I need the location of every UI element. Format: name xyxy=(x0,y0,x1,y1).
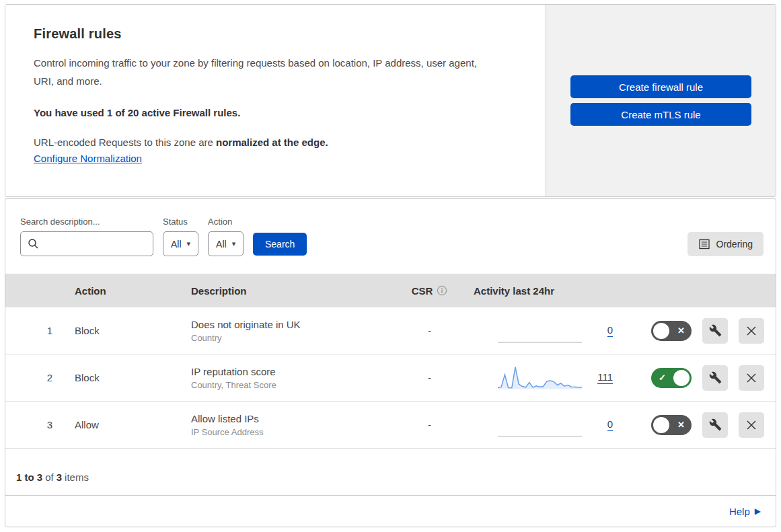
toggle-knob xyxy=(653,417,669,433)
ordering-button[interactable]: Ordering xyxy=(687,232,764,256)
rule-action: Allow xyxy=(65,419,182,430)
rule-action: Block xyxy=(65,372,182,383)
page-description: Control incoming traffic to your zone by… xyxy=(34,54,498,90)
rule-description-cell: Allow listed IPs IP Source Address xyxy=(182,413,394,437)
table-row: 3 Allow Allow listed IPs IP Source Addre… xyxy=(5,402,776,449)
chevron-down-icon: ▾ xyxy=(187,239,191,248)
rule-csr: - xyxy=(394,325,465,336)
activity-sparkline xyxy=(498,365,582,391)
rule-activity-cell: 111 xyxy=(465,365,633,391)
items-total: 3 xyxy=(57,471,62,483)
rule-csr: - xyxy=(394,419,465,430)
toggle-state-icon: ✕ xyxy=(677,321,685,341)
create-mtls-rule-button[interactable]: Create mTLS rule xyxy=(570,103,751,126)
rule-description-cell: IP reputation score Country, Threat Scor… xyxy=(182,366,394,390)
configure-normalization-link[interactable]: Configure Normalization xyxy=(34,153,142,164)
action-dropdown-value: All xyxy=(216,239,227,250)
edit-rule-button[interactable] xyxy=(702,365,728,391)
activity-sparkline xyxy=(498,412,582,438)
edit-rule-button[interactable] xyxy=(702,318,728,344)
header-activity: Activity last 24hr xyxy=(465,285,633,297)
activity-count-link[interactable]: 111 xyxy=(597,371,613,384)
toggle-knob xyxy=(673,370,690,386)
rule-activity-cell: 0 xyxy=(465,318,633,344)
header-description: Description xyxy=(182,285,394,297)
rule-criteria: Country xyxy=(191,333,394,343)
normalization-note: URL-encoded Requests to this zone are no… xyxy=(34,137,517,148)
search-box[interactable] xyxy=(20,231,153,256)
items-label: items xyxy=(65,471,89,483)
actions-panel: Create firewall rule Create mTLS rule xyxy=(546,5,776,196)
close-icon xyxy=(745,419,757,431)
overview-card: Firewall rules Control incoming traffic … xyxy=(5,4,776,197)
ordering-button-label: Ordering xyxy=(716,239,753,250)
items-of: of xyxy=(45,471,54,483)
activity-count-link[interactable]: 0 xyxy=(607,324,613,337)
close-icon xyxy=(745,372,757,384)
ordering-list-icon xyxy=(698,238,710,250)
pagination-summary: 1 to 3 of 3 items xyxy=(5,449,776,495)
usage-summary: You have used 1 of 20 active Firewall ru… xyxy=(34,107,517,118)
header-action: Action xyxy=(65,285,182,297)
overview-text: Firewall rules Control incoming traffic … xyxy=(5,5,546,196)
action-filter-group: Action All ▾ xyxy=(208,217,244,256)
search-icon xyxy=(28,238,39,250)
rule-description: Does not originate in UK xyxy=(191,319,394,330)
delete-rule-button[interactable] xyxy=(739,318,764,344)
rules-list-card: Search description... Status All ▾ Actio… xyxy=(5,198,776,527)
rule-description-cell: Does not originate in UK Country xyxy=(182,319,394,343)
search-label: Search description... xyxy=(20,217,153,227)
rule-csr: - xyxy=(394,372,465,383)
activity-count-link[interactable]: 0 xyxy=(607,418,613,431)
page-title: Firewall rules xyxy=(34,26,517,42)
toggle-knob xyxy=(653,323,669,339)
search-button[interactable]: Search xyxy=(253,233,307,256)
table-row: 2 Block IP reputation score Country, Thr… xyxy=(5,354,776,402)
search-input[interactable] xyxy=(43,238,146,250)
wrench-icon xyxy=(709,371,722,384)
status-label: Status xyxy=(163,217,198,227)
toggle-state-icon: ✓ xyxy=(659,368,666,388)
table-row: 1 Block Does not originate in UK Country… xyxy=(5,307,776,354)
wrench-icon xyxy=(709,418,722,431)
info-icon[interactable] xyxy=(437,285,447,296)
wrench-icon xyxy=(709,324,722,337)
close-icon xyxy=(745,325,757,337)
table-header-row: Action Description CSR Activity last 24h… xyxy=(5,274,776,307)
rule-controls: ✓ xyxy=(633,365,776,391)
rule-enabled-toggle[interactable]: ✕ xyxy=(651,321,692,341)
delete-rule-button[interactable] xyxy=(739,412,764,438)
help-link[interactable]: Help xyxy=(729,506,750,517)
rule-enabled-toggle[interactable]: ✓ xyxy=(651,368,692,388)
activity-sparkline xyxy=(498,318,582,344)
header-csr-label: CSR xyxy=(412,285,433,297)
header-csr: CSR xyxy=(394,285,465,297)
rule-criteria: IP Source Address xyxy=(191,427,394,437)
help-bar: Help ▶ xyxy=(5,495,776,527)
arrow-right-icon: ▶ xyxy=(755,506,761,516)
status-dropdown[interactable]: All ▾ xyxy=(163,231,198,256)
delete-rule-button[interactable] xyxy=(739,365,764,391)
rule-enabled-toggle[interactable]: ✕ xyxy=(651,415,692,435)
status-dropdown-value: All xyxy=(171,239,182,250)
rule-number: 3 xyxy=(5,419,65,430)
status-filter-group: Status All ▾ xyxy=(163,217,198,256)
rule-description: IP reputation score xyxy=(191,366,394,377)
action-dropdown[interactable]: All ▾ xyxy=(208,231,244,256)
search-filter-group: Search description... xyxy=(20,217,153,256)
normalization-bold-text: normalized at the edge. xyxy=(216,137,328,148)
chevron-down-icon: ▾ xyxy=(232,239,236,248)
rule-number: 1 xyxy=(5,325,65,336)
firewall-rules-page: Firewall rules Control incoming traffic … xyxy=(0,0,781,532)
normalization-text: URL-encoded Requests to this zone are xyxy=(34,137,216,148)
rule-controls: ✕ xyxy=(633,412,776,438)
edit-rule-button[interactable] xyxy=(702,412,728,438)
rule-criteria: Country, Threat Score xyxy=(191,380,394,390)
rule-action: Block xyxy=(65,325,182,336)
rule-number: 2 xyxy=(5,372,65,383)
toggle-state-icon: ✕ xyxy=(677,415,685,435)
rule-activity-cell: 0 xyxy=(465,412,633,438)
items-range: 1 to 3 xyxy=(16,471,42,483)
action-label: Action xyxy=(208,217,244,227)
create-firewall-rule-button[interactable]: Create firewall rule xyxy=(570,75,751,98)
